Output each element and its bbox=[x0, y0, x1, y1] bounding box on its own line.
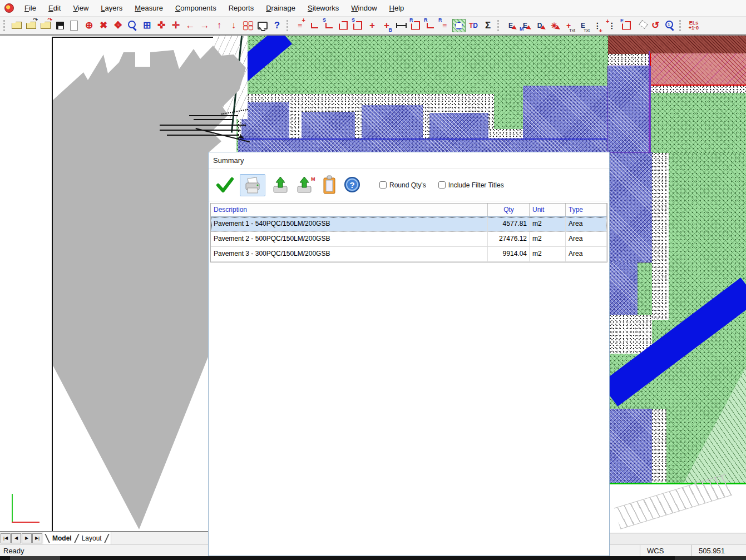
tab-layout[interactable]: Layout bbox=[77, 534, 106, 542]
measure-r-polygon-icon[interactable] bbox=[409, 19, 422, 32]
cell-unit: m2 bbox=[530, 247, 566, 261]
drawing-margin-line bbox=[52, 37, 53, 533]
select-em-icon[interactable]: E bbox=[518, 19, 532, 32]
measure-r-layers-icon[interactable]: ≡ bbox=[438, 19, 451, 32]
measure-s-polygon-icon[interactable] bbox=[351, 19, 364, 32]
measure-polyline-icon[interactable] bbox=[308, 19, 321, 32]
blue-pavement-hatch bbox=[610, 153, 652, 262]
taskbar-strip bbox=[0, 556, 746, 560]
menu-siteworks[interactable]: Siteworks bbox=[302, 0, 345, 17]
sheet-tab-bar: |◀ ◀ ▶ ▶| Model Layout bbox=[0, 531, 208, 544]
fit-window-icon[interactable]: ⊞ bbox=[140, 19, 154, 32]
move-measure-icon[interactable]: ✜ bbox=[155, 19, 168, 32]
menu-edit[interactable]: Edit bbox=[42, 0, 67, 17]
edit-drawing-icon[interactable]: ✎ bbox=[68, 19, 81, 32]
arrow-down-icon[interactable]: ↓ bbox=[227, 19, 240, 32]
dialog-toolbar: M ? Round Qty's Include Filter Titles bbox=[209, 169, 609, 201]
taskbar-segment bbox=[10, 556, 60, 560]
cell-unit: m2 bbox=[530, 232, 566, 246]
sheet-tabs: Model Layout bbox=[43, 532, 111, 544]
toolbar-grip[interactable] bbox=[3, 20, 7, 31]
zoom-icon[interactable] bbox=[126, 19, 139, 32]
zoom-extents-icon[interactable]: ⊕ bbox=[82, 19, 96, 32]
menu-help[interactable]: Help bbox=[383, 0, 411, 17]
cell-type: Area bbox=[566, 247, 607, 261]
last-page-button[interactable]: ▶| bbox=[32, 533, 42, 543]
select-snap-icon[interactable]: ✳ bbox=[547, 19, 561, 32]
measure-layers-icon[interactable]: ≡ bbox=[293, 19, 307, 32]
menu-view[interactable]: View bbox=[67, 0, 95, 17]
edit-area-icon[interactable] bbox=[620, 19, 633, 32]
els-bottom-label: +1·0 bbox=[689, 26, 699, 31]
table-row-pavement-3[interactable]: Pavement 3 - 300PQC/150LM/200GSB 9914.04… bbox=[211, 247, 607, 262]
menu-reports[interactable]: Reports bbox=[223, 0, 260, 17]
tab-model[interactable]: Model bbox=[48, 534, 76, 542]
measure-point-b-icon[interactable]: + bbox=[380, 19, 393, 32]
export-m-icon[interactable]: M bbox=[295, 176, 315, 194]
column-header-unit[interactable]: Unit bbox=[530, 204, 566, 216]
zoom-window-icon[interactable]: ✖ bbox=[97, 19, 110, 32]
export-icon[interactable] bbox=[271, 176, 290, 194]
measure-length-icon[interactable] bbox=[394, 19, 408, 32]
pan-dynamic-icon[interactable]: ✥ bbox=[111, 19, 125, 32]
save-icon[interactable] bbox=[53, 19, 67, 32]
cell-qty: 9914.04 bbox=[488, 247, 530, 261]
open-revert-icon[interactable] bbox=[24, 19, 38, 32]
add-text-icon[interactable]: + bbox=[562, 19, 575, 32]
summary-dialog[interactable]: Summary M ? Round Qty's bbox=[208, 152, 610, 556]
edit-text-icon[interactable]: E bbox=[576, 19, 590, 32]
menu-drainage[interactable]: Drainage bbox=[260, 0, 302, 17]
arrow-right-icon[interactable]: → bbox=[198, 19, 211, 32]
include-filter-titles-checkbox[interactable] bbox=[438, 181, 446, 189]
measure-point-icon[interactable]: + bbox=[365, 19, 379, 32]
open-import-icon[interactable] bbox=[39, 19, 52, 32]
els-levels-icon[interactable]: ELs +1·0 bbox=[685, 21, 702, 31]
select-d-icon[interactable]: D bbox=[533, 19, 546, 32]
arrow-up-icon[interactable]: ↑ bbox=[213, 19, 226, 32]
zoom-previous-icon[interactable]: 1 bbox=[663, 19, 676, 32]
menu-file[interactable]: File bbox=[18, 0, 42, 17]
first-page-button[interactable]: |◀ bbox=[1, 533, 11, 543]
cell-type: Area bbox=[566, 217, 607, 231]
menu-window[interactable]: Window bbox=[345, 0, 383, 17]
deselect-icon[interactable] bbox=[634, 19, 648, 32]
measure-r-polyline-icon[interactable] bbox=[423, 19, 437, 32]
copy-icon[interactable] bbox=[321, 175, 338, 195]
column-header-qty[interactable]: Qty bbox=[488, 204, 530, 216]
help-icon[interactable]: ? bbox=[343, 176, 362, 194]
menu-components[interactable]: Components bbox=[169, 0, 223, 17]
print-icon[interactable] bbox=[240, 174, 265, 196]
measure-polygon-icon[interactable] bbox=[337, 19, 350, 32]
tile-windows-icon[interactable] bbox=[241, 19, 255, 32]
table-row-pavement-1[interactable]: Pavement 1 - 540PQC/150LM/200GSB 4577.81… bbox=[211, 217, 607, 232]
menu-measure[interactable]: Measure bbox=[129, 0, 169, 17]
next-page-button[interactable]: ▶ bbox=[22, 533, 32, 543]
sum-icon[interactable]: Σ bbox=[481, 19, 495, 32]
level-point-icon[interactable]: ⋮ bbox=[591, 19, 604, 32]
round-qtys-checkbox[interactable] bbox=[379, 181, 387, 189]
measure-s-polyline-icon[interactable] bbox=[322, 19, 335, 32]
ucs-y-axis-icon bbox=[12, 494, 13, 522]
arrow-left-icon[interactable]: ← bbox=[184, 19, 197, 32]
undo-measure-icon[interactable]: ↺ bbox=[649, 19, 662, 32]
statusbar-filler bbox=[610, 533, 746, 544]
move-icon[interactable]: ✛ bbox=[169, 19, 182, 32]
toolbar-grip[interactable] bbox=[679, 20, 683, 31]
column-header-description[interactable]: Description bbox=[211, 204, 488, 216]
fill-display-toggle-icon[interactable] bbox=[452, 19, 466, 32]
table-row-pavement-2[interactable]: Pavement 2 - 500PQC/150LM/200GSB 27476.1… bbox=[211, 232, 607, 247]
text-dimension-icon[interactable] bbox=[467, 19, 480, 32]
help-icon[interactable]: ? bbox=[270, 19, 284, 32]
select-e-icon[interactable]: E bbox=[504, 19, 517, 32]
open-icon[interactable] bbox=[10, 19, 23, 32]
menu-layers[interactable]: Layers bbox=[95, 0, 129, 17]
column-header-type[interactable]: Type bbox=[566, 204, 607, 216]
dialog-title: Summary bbox=[209, 152, 609, 169]
edit-level-icon[interactable]: ⋮ bbox=[605, 19, 619, 32]
annotation-line bbox=[189, 115, 238, 116]
toolbar-grip[interactable] bbox=[497, 20, 501, 31]
prev-page-button[interactable]: ◀ bbox=[11, 533, 21, 543]
comment-icon[interactable] bbox=[256, 19, 269, 32]
toolbar-grip[interactable] bbox=[286, 20, 290, 31]
confirm-icon[interactable] bbox=[215, 177, 234, 194]
